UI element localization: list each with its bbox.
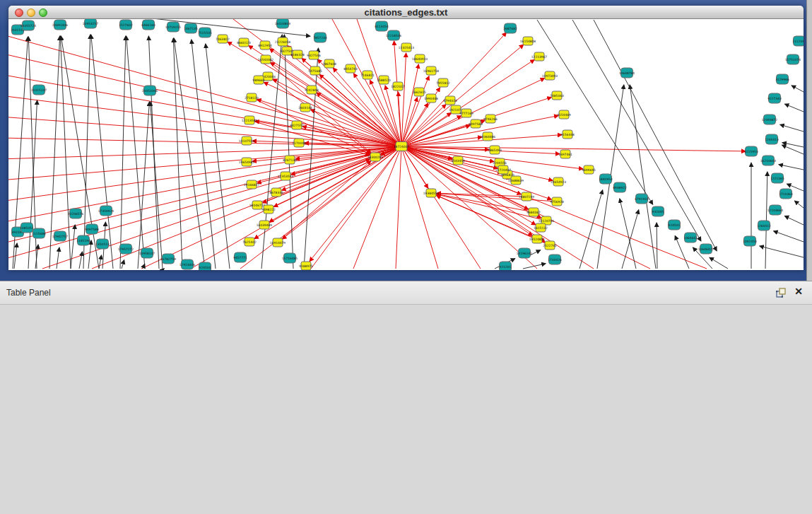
graph-node-label: 12942757: [52, 235, 69, 238]
graph-node-label: 2687682: [503, 27, 517, 30]
graph-edge[interactable]: [401, 76, 429, 146]
citation-network-graph[interactable]: 1872400718300295193845547463822866012389…: [8, 19, 804, 270]
graph-node-label: 10973493: [542, 74, 558, 78]
graph-edge[interactable]: [784, 104, 804, 112]
graph-node-label: 1170046: [292, 141, 306, 145]
graph-node-label: 15716485: [282, 257, 298, 260]
graph-edge[interactable]: [572, 20, 701, 241]
graph-node-label: 8427552: [290, 124, 304, 127]
graph-node-label: 8660123: [237, 41, 251, 45]
graph-node-label: 12923446: [180, 263, 196, 267]
graph-node-label: 18640910: [412, 57, 428, 61]
graph-node-label: 2603144: [298, 106, 312, 110]
close-panel-icon[interactable]: ✕: [794, 286, 803, 297]
float-panel-icon[interactable]: [775, 287, 787, 298]
graph-node-label: 12353593: [278, 175, 294, 178]
graph-edge[interactable]: [8, 34, 401, 146]
graph-node-label: 8215953: [744, 150, 758, 153]
graph-edge[interactable]: [310, 146, 401, 262]
graph-edge[interactable]: [620, 199, 636, 269]
graph-node-label: 1221065: [770, 177, 784, 180]
graph-node-label: 3129966: [775, 78, 789, 81]
graph-edge[interactable]: [151, 102, 163, 269]
graph-node-label: 1710364: [779, 192, 793, 196]
graph-edge[interactable]: [523, 264, 546, 269]
graph-node-label: 9699695: [582, 168, 596, 172]
graph-node-label: 1822017: [391, 85, 405, 88]
graph-edge[interactable]: [537, 20, 653, 204]
graph-node-label: 8113054: [375, 25, 389, 28]
graph-node-label: 8912954: [258, 44, 272, 47]
graph-edge[interactable]: [437, 193, 526, 197]
graph-node-label: 20691406: [52, 23, 69, 27]
graph-edge[interactable]: [57, 247, 59, 269]
graph-edge[interactable]: [206, 44, 230, 269]
graph-node-label: 7463822: [216, 37, 230, 41]
graph-node-label: 10688639: [508, 179, 524, 182]
graph-edge[interactable]: [710, 257, 728, 269]
graph-node-label: 924501: [669, 223, 681, 227]
graph-node-label: 1467135: [184, 27, 198, 30]
graph-edge[interactable]: [79, 252, 83, 269]
graph-edge[interactable]: [401, 146, 553, 180]
graph-node-label: 18046718: [249, 204, 266, 207]
graph-edge[interactable]: [261, 35, 282, 269]
graph-node-label: 20315107: [31, 88, 47, 92]
graph-edge[interactable]: [71, 225, 75, 269]
graph-edge[interactable]: [8, 146, 401, 159]
graph-node-label: 1543454: [451, 159, 465, 163]
graph-edge[interactable]: [779, 165, 804, 170]
graph-node-label: 9684067: [526, 211, 541, 214]
graph-node-label: 9756928: [550, 200, 564, 204]
graph-edge[interactable]: [774, 231, 804, 242]
graph-edge[interactable]: [396, 146, 401, 269]
graph-node-label: 9327546: [307, 54, 321, 57]
network-window: citations_edges.txt 18724007183002951938…: [8, 6, 804, 270]
graph-edge[interactable]: [780, 124, 804, 132]
graph-edge[interactable]: [657, 223, 657, 269]
graph-node-label: 2522741: [543, 244, 557, 247]
graph-edge[interactable]: [8, 95, 401, 146]
network-canvas[interactable]: 1872400718300295193845547463822866012389…: [8, 19, 804, 270]
graph-node-label: 16039489: [257, 223, 273, 227]
graph-node-label: 16033803: [275, 22, 291, 25]
graph-edge[interactable]: [794, 201, 804, 208]
graph-node-label: 8454743: [343, 67, 358, 71]
graph-node-label: 7485063: [550, 94, 564, 98]
graph-edge[interactable]: [792, 86, 804, 92]
graph-node-label: 9156448: [560, 133, 575, 136]
graph-edge[interactable]: [255, 121, 401, 146]
graph-edge[interactable]: [99, 255, 102, 269]
graph-node-label: 9227343: [767, 97, 782, 100]
graph-edge[interactable]: [122, 260, 124, 269]
graph-edge[interactable]: [120, 36, 126, 269]
graph-node-label: 1085051: [20, 226, 34, 230]
network-window-titlebar[interactable]: citations_edges.txt: [8, 6, 804, 19]
app-window: citations_edges.txt 18724007183002951938…: [0, 0, 812, 514]
graph-edge[interactable]: [784, 216, 804, 225]
graph-node-label: 20053346: [142, 89, 158, 93]
graph-node-label: 16782759: [160, 257, 177, 261]
graph-edge[interactable]: [765, 172, 767, 269]
table-panel-header: Table Panel ✕: [0, 281, 812, 305]
graph-edge[interactable]: [257, 159, 370, 205]
graph-node-label: 9097588: [85, 228, 99, 231]
graph-edge[interactable]: [760, 246, 804, 257]
graph-edge[interactable]: [8, 146, 401, 260]
graph-node-label: 1112048: [792, 40, 804, 43]
graph-node-label: 16154808: [520, 40, 536, 43]
graph-node-label: 14196141: [517, 252, 533, 255]
graph-node-label: 11325413: [399, 46, 415, 49]
graph-edge[interactable]: [126, 36, 145, 269]
graph-node-label: 932045: [652, 210, 664, 214]
graph-node-label: 7857234: [313, 36, 327, 40]
graph-node-label: 1990448: [424, 97, 438, 100]
graph-edge[interactable]: [394, 41, 401, 146]
graph-edge[interactable]: [192, 40, 216, 269]
graph-node-label: 1244413: [765, 138, 779, 141]
graph-node-label: 9188975: [299, 264, 313, 268]
graph-node-label: 19166827: [244, 183, 260, 187]
graph-edge[interactable]: [401, 53, 406, 146]
graph-node-label: 19524851: [529, 238, 546, 241]
graph-node-label: 23226058: [275, 40, 291, 44]
